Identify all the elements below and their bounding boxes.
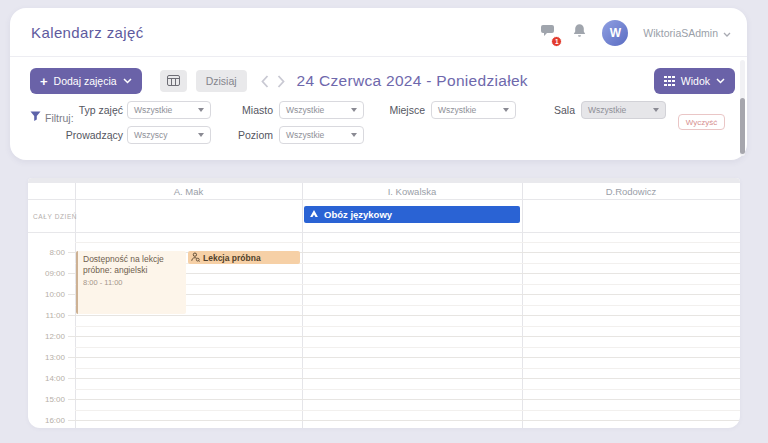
clear-filters-button[interactable]: Wyczyść [678,114,725,130]
caret-down-icon [351,133,357,137]
half-hour-line [75,410,740,411]
sala-select[interactable]: Wszystkie [581,101,666,119]
mini-calendar-button[interactable] [160,70,187,92]
filter-label-prowadzacy: Prowadzący [50,126,123,144]
add-lesson-button[interactable]: + Dodaj zajęcia [30,68,142,94]
chevron-down-icon [716,78,725,84]
event-title: Dostępność na lekcje próbne: angielski [83,254,181,276]
hour-line [68,378,740,379]
person-icon [191,252,200,264]
column-header-d-rodowicz: D.Rodowicz [522,183,740,200]
tent-icon [309,209,319,220]
event-time: 8:00 - 11:00 [83,278,181,287]
time-label: 11:00 [28,311,65,320]
calendar-icon [167,75,180,88]
event-oboz-jezykowy[interactable]: Obóz językowy [304,206,520,223]
column-header-i-kowalska: I. Kowalska [302,183,522,200]
notifications-button[interactable] [572,23,587,43]
prev-day-button[interactable] [257,71,273,91]
event-lekcja-probna[interactable]: Lekcja próbna [188,251,300,264]
next-day-button[interactable] [273,71,289,91]
user-name: WiktoriaSAdmin [643,27,718,39]
half-hour-line [75,368,740,369]
time-label: 09:00 [28,269,65,278]
hour-line [68,357,740,358]
filter-label-miejsce: Miejsce [352,101,425,119]
page-title: Kalendarz zajęć [31,24,144,41]
scrollbar-thumb[interactable] [740,98,745,154]
filter-label-poziom: Poziom [207,126,273,144]
toolbar: + Dodaj zajęcia Dzisiaj 24 Czerwca 2024 … [30,62,735,100]
bell-icon [572,23,587,43]
funnel-icon [30,111,41,124]
caret-down-icon [198,108,204,112]
header-divider [10,56,747,57]
hour-line [68,336,740,337]
half-hour-line [75,326,740,327]
hour-line [68,399,740,400]
half-hour-line [75,389,740,390]
filter-label-typ-zajec: Typ zajęć [57,101,123,119]
prowadzacy-select[interactable]: Wszyscy [127,126,211,144]
today-button[interactable]: Dzisiaj [196,70,247,92]
time-label: 16:00 [28,416,65,425]
header-actions: 1 W WiktoriaSAdmin [540,16,731,50]
hour-line [68,315,740,316]
user-menu[interactable]: WiktoriaSAdmin [643,27,731,39]
page: Kalendarz zajęć 1 W WiktoriaSAdmin [0,0,768,443]
all-day-label: CAŁY DZIEŃ [33,213,77,220]
time-label: 8:00 [28,248,65,257]
date-title: 24 Czerwca 2024 - Poniedziałek [297,72,528,90]
calendar-day-view: A. Mak I. Kowalska D.Rodowicz CAŁY DZIEŃ… [28,178,740,428]
half-hour-line [75,347,740,348]
scrollbar-track[interactable] [740,60,745,156]
filter-label-miasto: Miasto [207,101,273,119]
event-availability[interactable]: Dostępność na lekcje próbne: angielski 8… [76,251,186,314]
chat-button[interactable]: 1 [540,24,557,43]
column-header-a-mak: A. Mak [75,183,302,200]
chevron-down-icon [123,78,132,84]
poziom-select[interactable]: Wszystkie [279,126,364,144]
avatar[interactable]: W [602,20,628,46]
view-button[interactable]: Widok [654,68,735,94]
time-label: 13:00 [28,353,65,362]
half-hour-line [75,242,740,243]
typ-zajec-select[interactable]: Wszystkie [127,101,211,119]
hour-line [68,420,740,421]
plus-icon: + [40,75,48,88]
header-card: Kalendarz zajęć 1 W WiktoriaSAdmin [10,8,747,160]
time-label: 10:00 [28,290,65,299]
miejsce-select[interactable]: Wszystkie [431,101,516,119]
chat-badge: 1 [551,36,562,47]
chevron-down-icon [723,27,731,39]
time-label: 12:00 [28,332,65,341]
grid-view-icon [664,76,675,87]
caret-down-icon [653,108,659,112]
time-label: 15:00 [28,395,65,404]
header-border [28,199,740,200]
caret-down-icon [503,108,509,112]
time-label: 14:00 [28,374,65,383]
time-grid[interactable]: 16:0015:0014:0013:0012:0011:0010:0009:00… [28,233,740,428]
caret-down-icon [198,133,204,137]
filter-label-sala: Sala [522,101,575,119]
